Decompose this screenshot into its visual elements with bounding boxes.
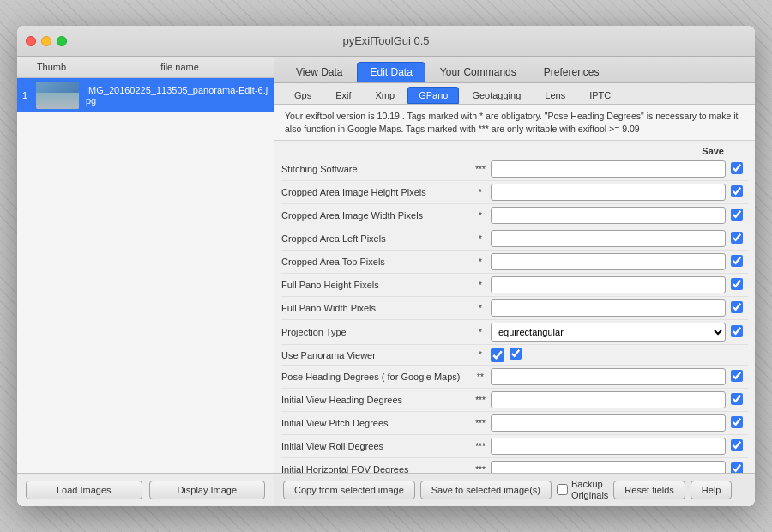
subtab-gpano[interactable]: GPano bbox=[407, 87, 459, 104]
field-row: Pose Heading Degrees ( for Google Maps)*… bbox=[281, 366, 748, 389]
subtab-exif[interactable]: Exif bbox=[324, 87, 362, 104]
field-select[interactable]: equirectangularcylindricalcube bbox=[491, 323, 726, 342]
field-label: Initial View Pitch Degrees bbox=[281, 418, 470, 428]
field-save-cell bbox=[726, 255, 748, 269]
save-checkbox[interactable] bbox=[731, 255, 743, 267]
file-row[interactable]: 1 IMG_20160225_113505_panorama-Edit-6.jp… bbox=[17, 78, 274, 112]
minimize-button[interactable] bbox=[41, 36, 51, 46]
content-area: Thumb file name 1 IMG_20160225_113505_pa… bbox=[17, 57, 755, 506]
info-text: Your exiftool version is 10.19 . Tags ma… bbox=[274, 105, 755, 141]
field-label: Projection Type bbox=[281, 327, 470, 337]
field-text-input[interactable] bbox=[491, 299, 726, 317]
file-name: IMG_20160225_113505_panorama-Edit-6.jpg bbox=[86, 85, 268, 106]
field-text-input[interactable] bbox=[491, 276, 726, 293]
window-title: pyExifToolGui 0.5 bbox=[342, 34, 429, 47]
titlebar: pyExifToolGui 0.5 bbox=[17, 26, 755, 57]
save-checkbox[interactable] bbox=[731, 370, 743, 382]
field-row: Projection Type*equirectangularcylindric… bbox=[281, 320, 748, 345]
subtab-geotagging[interactable]: Geotagging bbox=[461, 87, 532, 104]
save-checkbox[interactable] bbox=[731, 209, 743, 221]
field-save-cell bbox=[726, 301, 748, 316]
help-button[interactable]: Help bbox=[691, 481, 733, 499]
save-to-button[interactable]: Save to selected image(s) bbox=[420, 481, 552, 499]
tab-your-commands[interactable]: Your Commands bbox=[427, 62, 529, 82]
subtab-xmp[interactable]: Xmp bbox=[365, 87, 407, 104]
field-text-input[interactable] bbox=[491, 414, 726, 432]
field-row: Cropped Area Image Height Pixels* bbox=[281, 181, 748, 204]
field-text-input[interactable] bbox=[491, 230, 726, 247]
subtab-lens[interactable]: Lens bbox=[534, 87, 576, 104]
field-marker: * bbox=[470, 188, 491, 197]
file-list: 1 IMG_20160225_113505_panorama-Edit-6.jp… bbox=[17, 78, 274, 473]
field-text-input[interactable] bbox=[491, 391, 726, 408]
file-list-header: Thumb file name bbox=[17, 57, 274, 78]
save-checkbox[interactable] bbox=[731, 416, 743, 428]
field-text-input[interactable] bbox=[491, 207, 726, 224]
field-text-input[interactable] bbox=[491, 368, 726, 385]
save-checkbox[interactable] bbox=[731, 232, 743, 244]
subtab-iptc[interactable]: IPTC bbox=[578, 87, 622, 104]
file-row-num: 1 bbox=[22, 90, 36, 100]
save-checkbox[interactable] bbox=[731, 462, 743, 473]
field-label: Cropped Area Image Height Pixels bbox=[281, 187, 470, 197]
reset-fields-button[interactable]: Reset fields bbox=[613, 481, 685, 499]
save-checkbox[interactable] bbox=[731, 439, 743, 451]
file-thumbnail bbox=[36, 82, 79, 109]
maximize-button[interactable] bbox=[57, 36, 67, 46]
field-checkbox[interactable] bbox=[491, 348, 504, 362]
app-window: pyExifToolGui 0.5 Thumb file name 1 IMG_… bbox=[17, 26, 755, 506]
subtab-gps[interactable]: Gps bbox=[283, 87, 323, 104]
save-checkbox[interactable] bbox=[731, 393, 743, 405]
field-row: Initial Horizontal FOV Degrees*** bbox=[281, 458, 748, 472]
field-marker: ** bbox=[470, 372, 491, 382]
filename-header: file name bbox=[86, 60, 274, 74]
field-label: Cropped Area Left Pixels bbox=[281, 233, 470, 244]
field-text-input[interactable] bbox=[491, 461, 726, 472]
field-row: Initial View Heading Degrees*** bbox=[281, 389, 748, 412]
field-save-cell bbox=[726, 462, 748, 473]
field-label: Initial Horizontal FOV Degrees bbox=[281, 464, 470, 472]
field-save-cell bbox=[726, 370, 748, 384]
save-checkbox[interactable] bbox=[510, 348, 522, 360]
field-save-cell bbox=[726, 325, 748, 340]
copy-from-button[interactable]: Copy from selected image bbox=[283, 481, 415, 499]
field-row: Cropped Area Image Width Pixels* bbox=[281, 204, 748, 227]
save-checkbox[interactable] bbox=[731, 301, 743, 313]
fields-area: Save Stitching Software***Cropped Area I… bbox=[274, 141, 755, 472]
field-save-cell bbox=[726, 416, 748, 431]
save-checkbox[interactable] bbox=[731, 278, 743, 290]
right-panel: View Data Edit Data Your Commands Prefer… bbox=[274, 57, 755, 506]
left-panel: Thumb file name 1 IMG_20160225_113505_pa… bbox=[17, 57, 274, 506]
field-row: Use Panorama Viewer* bbox=[281, 345, 748, 366]
field-label: Stitching Software bbox=[281, 164, 470, 174]
tab-edit-data[interactable]: Edit Data bbox=[357, 62, 425, 82]
field-marker: * bbox=[470, 328, 491, 337]
field-marker: * bbox=[470, 281, 491, 290]
left-panel-buttons: Load Images Display Image bbox=[17, 473, 274, 506]
field-label: Cropped Area Top Pixels bbox=[281, 257, 470, 267]
field-text-input[interactable] bbox=[491, 253, 726, 270]
field-marker: *** bbox=[470, 442, 491, 451]
tab-preferences[interactable]: Preferences bbox=[531, 62, 612, 82]
field-save-cell bbox=[726, 232, 748, 246]
save-checkbox[interactable] bbox=[731, 162, 743, 174]
field-save-cell bbox=[726, 185, 748, 200]
thumb-header: Thumb bbox=[17, 60, 86, 74]
close-button[interactable] bbox=[26, 36, 36, 46]
field-marker: * bbox=[470, 211, 491, 221]
backup-label[interactable]: BackupOriginals bbox=[557, 479, 608, 501]
tab-view-data[interactable]: View Data bbox=[283, 62, 355, 82]
field-save-cell bbox=[726, 393, 748, 408]
field-label: Pose Heading Degrees ( for Google Maps) bbox=[281, 372, 470, 382]
save-checkbox[interactable] bbox=[731, 185, 743, 197]
field-text-input[interactable] bbox=[491, 184, 726, 201]
main-tabs: View Data Edit Data Your Commands Prefer… bbox=[274, 57, 755, 83]
field-text-input[interactable] bbox=[491, 160, 726, 178]
display-image-button[interactable]: Display Image bbox=[149, 481, 266, 499]
field-marker: *** bbox=[470, 419, 491, 428]
backup-checkbox[interactable] bbox=[557, 484, 568, 495]
load-images-button[interactable]: Load Images bbox=[26, 481, 142, 499]
save-checkbox[interactable] bbox=[731, 325, 743, 337]
field-marker: * bbox=[470, 234, 491, 244]
field-text-input[interactable] bbox=[491, 438, 726, 455]
